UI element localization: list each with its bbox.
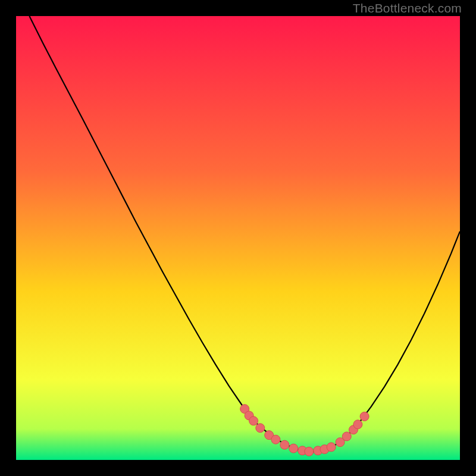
curve-marker [342, 432, 351, 441]
curve-marker [271, 435, 280, 444]
attribution-text: TheBottleneck.com [353, 1, 462, 15]
plot-area [16, 16, 460, 460]
curve-marker [360, 412, 369, 421]
chart-frame: TheBottleneck.com [0, 0, 476, 476]
curve-marker [256, 424, 265, 433]
curve-marker [305, 447, 314, 456]
curve-marker [280, 440, 289, 449]
curve-marker [327, 443, 336, 452]
gradient-background [16, 16, 460, 460]
curve-marker [249, 416, 258, 425]
curve-marker [353, 420, 362, 429]
bottleneck-chart [16, 16, 460, 460]
curve-marker [289, 444, 298, 453]
